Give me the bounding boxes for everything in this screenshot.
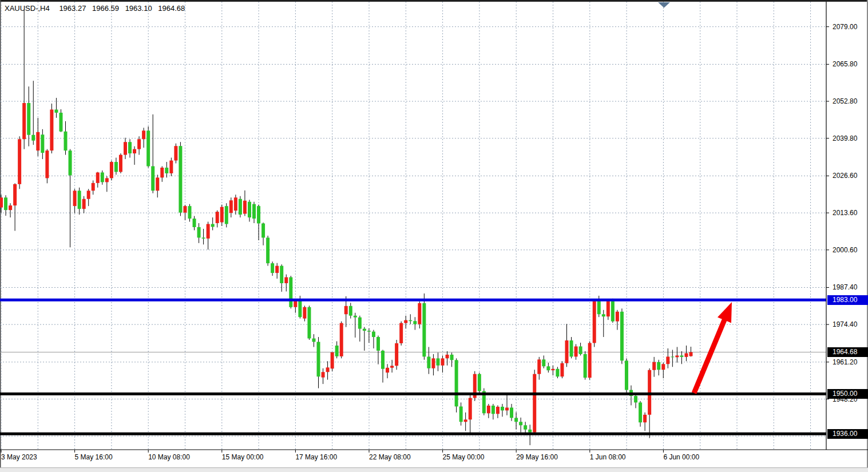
candle-body [197, 227, 201, 237]
candle-body [0, 197, 3, 207]
window-border-left [0, 0, 1, 472]
candlestick-chart-canvas[interactable] [0, 0, 868, 472]
candle-body [431, 358, 435, 368]
candle-body [193, 219, 196, 227]
candle-body [78, 191, 81, 209]
candle-body [41, 134, 44, 153]
candle-body [616, 312, 619, 322]
candle-body [202, 237, 205, 238]
candle-body [404, 320, 407, 323]
trend-arrow-head[interactable] [718, 302, 732, 323]
candle-body [317, 342, 320, 376]
candle-body [101, 172, 104, 182]
candle-body [128, 142, 132, 153]
candle-body [335, 346, 339, 356]
candle-body [399, 323, 403, 343]
candle-body [13, 184, 17, 205]
candle-body [69, 150, 72, 175]
trend-arrow-shaft[interactable] [694, 316, 726, 393]
candle-body [73, 191, 77, 206]
candle-body [266, 237, 269, 263]
candle-body [680, 355, 683, 356]
candle-body [119, 155, 122, 172]
candle-body [275, 266, 279, 273]
candle-body [602, 314, 605, 316]
candle-body [174, 146, 177, 160]
candle-body [524, 425, 527, 429]
candle-body [165, 168, 168, 173]
candle-body [579, 346, 582, 354]
candle-body [459, 406, 463, 422]
candle-body [565, 340, 568, 363]
candle-body [36, 132, 39, 150]
candle-body [390, 366, 394, 367]
candle-body [234, 197, 237, 211]
candle-body [146, 130, 150, 166]
candle-body [514, 418, 518, 422]
candle-body [252, 204, 256, 219]
candle-body [322, 372, 325, 377]
candle-body [45, 150, 49, 178]
candle-body [59, 113, 62, 132]
candle-body [446, 355, 449, 358]
candle-body [151, 166, 154, 191]
candle-body [239, 199, 242, 215]
candle-body [418, 303, 421, 324]
candle-body [588, 343, 592, 378]
candle-body [363, 329, 366, 331]
candle-body [556, 369, 559, 376]
candle-body [643, 415, 647, 422]
candle-body [639, 402, 642, 422]
candle-body [661, 364, 665, 370]
candle-body [92, 183, 95, 191]
candle-body [9, 205, 12, 210]
candle-body [207, 224, 210, 239]
candle-body [684, 353, 688, 356]
candle-body [450, 355, 454, 360]
candle-body [648, 370, 651, 415]
candle-body [501, 407, 504, 410]
candle-body [298, 299, 302, 317]
candle-body [18, 139, 21, 184]
candle-body [344, 306, 348, 314]
candle-body [455, 360, 458, 406]
candle-body [492, 406, 495, 414]
candle-body [505, 407, 509, 410]
candle-body [303, 307, 306, 319]
candle-body [519, 422, 522, 425]
candle-body [160, 168, 164, 177]
candle-body [367, 331, 371, 331]
candle-body [179, 146, 182, 212]
candle-body [469, 398, 472, 420]
candle-body [284, 277, 288, 283]
candle-body [137, 139, 141, 149]
candle-body [22, 103, 26, 139]
candle-body [354, 316, 357, 318]
low-value: 1963.10 [125, 4, 152, 13]
candle-body [156, 177, 159, 191]
chart-shift-marker-icon[interactable] [658, 2, 670, 8]
window-border-bottom [0, 468, 868, 472]
candle-body [537, 359, 541, 374]
candle-body [413, 321, 417, 324]
candle-body [551, 369, 554, 370]
candle-body [271, 263, 274, 273]
candle-body [87, 191, 90, 199]
chart-window: XAUUSD-,H4 1963.27 1966.59 1963.10 1964.… [0, 0, 868, 472]
candle-body [82, 199, 86, 209]
candle-body [289, 277, 292, 307]
candle-body [105, 178, 109, 182]
candle-body [133, 149, 136, 153]
candle-body [331, 352, 334, 368]
candle-body [358, 318, 362, 329]
candle-body [188, 206, 191, 219]
candle-body [607, 301, 610, 316]
candle-body [4, 197, 7, 210]
candle-body [533, 374, 536, 433]
candle-body [211, 224, 215, 227]
candle-body [546, 366, 550, 370]
chart-ohlc-title: XAUUSD-,H4 1963.27 1966.59 1963.10 1964.… [5, 4, 189, 13]
candle-body [560, 363, 564, 376]
candle-body [542, 359, 545, 366]
candle-body [409, 320, 412, 321]
